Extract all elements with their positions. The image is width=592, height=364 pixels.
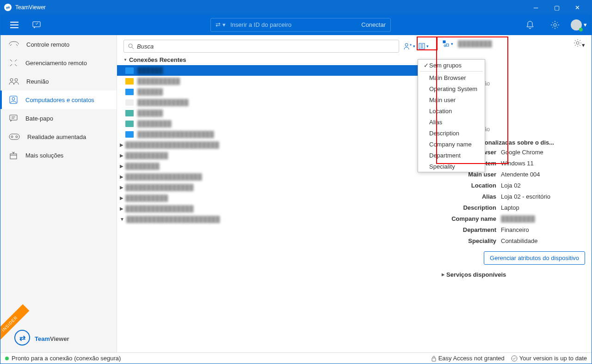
list-item[interactable]: ██████: [117, 65, 436, 76]
svg-point-8: [11, 136, 13, 138]
dropdown-item[interactable]: Speciality: [418, 161, 485, 172]
toolbar: ⇄ ▾ Inserir a ID do parceiro Conectar ▾: [0, 14, 592, 35]
maximize-button[interactable]: ▢: [546, 0, 567, 14]
easy-access-status: Easy Access not granted: [431, 355, 505, 362]
close-button[interactable]: ✕: [567, 0, 588, 14]
manage-attributes-button[interactable]: Gerenciar atributos do dispositivo: [484, 251, 585, 265]
app-icon: ⇄: [4, 4, 12, 11]
svg-rect-15: [446, 44, 449, 46]
svg-point-12: [405, 43, 408, 46]
sidebar-item-computers-contacts[interactable]: Computadores e contatos: [0, 91, 117, 109]
list-item[interactable]: ██████: [117, 86, 436, 97]
group-by-icon[interactable]: ▾: [442, 39, 454, 49]
status-dot-icon: [5, 357, 9, 360]
dropdown-item[interactable]: Description: [418, 127, 485, 139]
svg-point-9: [16, 136, 18, 138]
svg-point-11: [129, 44, 132, 48]
list-item[interactable]: ██████████: [117, 76, 436, 86]
status-bar: Pronto para a conexão (conexão segura) E…: [0, 352, 592, 364]
dropdown-item[interactable]: Alias: [418, 116, 485, 127]
avatar-icon: [571, 19, 582, 30]
group-row[interactable]: ▶████████: [117, 161, 436, 171]
sidebar-item-remote-control[interactable]: Controle remoto: [0, 35, 117, 54]
status-text: Pronto para a conexão (conexão segura): [12, 355, 121, 362]
version-status: Your version is up to date: [511, 355, 587, 362]
dropdown-item[interactable]: Main user: [418, 94, 485, 105]
list-item[interactable]: ██████████████████: [117, 129, 436, 140]
svg-point-1: [554, 24, 556, 26]
svg-point-2: [10, 79, 13, 81]
user-avatar-menu[interactable]: ▾: [571, 19, 587, 30]
group-row[interactable]: ▶██████████████████: [117, 171, 436, 182]
sidebar-item-remote-management[interactable]: Gerenciamento remoto: [0, 54, 117, 72]
dropdown-item[interactable]: Company name: [418, 139, 485, 150]
dropdown-item[interactable]: ✓Sem grupos: [418, 60, 485, 71]
main-panel: Busca ▾ ▾ ▼Conexões Recentes ██████ ████…: [117, 35, 436, 352]
view-list-icon[interactable]: ▾: [417, 42, 430, 51]
group-row[interactable]: ▶████████████████: [117, 182, 436, 193]
svg-point-17: [576, 42, 579, 44]
sidebar-item-meeting[interactable]: Reunião: [0, 72, 117, 91]
group-row[interactable]: ▶██████████: [117, 193, 436, 203]
list-item[interactable]: ██████: [117, 108, 436, 118]
minimize-button[interactable]: ─: [525, 0, 546, 14]
dropdown-item[interactable]: Operating System: [418, 83, 485, 94]
feedback-icon[interactable]: [27, 18, 46, 32]
svg-rect-18: [432, 358, 436, 361]
svg-point-3: [15, 79, 18, 81]
dropdown-item[interactable]: Department: [418, 150, 485, 161]
sidebar-item-augmented-reality[interactable]: Realidade aumentada: [0, 127, 117, 146]
detail-gear-icon[interactable]: ▾: [574, 39, 585, 49]
svg-point-16: [444, 45, 446, 47]
group-row[interactable]: ▶██████████: [117, 150, 436, 161]
services-header[interactable]: ▶Serviços disponíveis: [442, 271, 585, 278]
svg-rect-14: [443, 41, 445, 43]
hamburger-menu-button[interactable]: [5, 18, 24, 32]
swap-icon: ⇄ ▾: [216, 21, 226, 28]
svg-rect-10: [10, 154, 17, 159]
connect-button[interactable]: Conectar: [361, 21, 386, 28]
partner-placeholder: Inserir a ID do parceiro: [230, 21, 291, 28]
list-item[interactable]: ████████: [117, 118, 436, 129]
group-row[interactable]: ▶████████████████: [117, 203, 436, 214]
group-row[interactable]: ▼██████████████████████: [117, 214, 436, 224]
recent-connections-header[interactable]: ▼Conexões Recentes: [117, 55, 436, 65]
brand-logo: ⇄ TeamViewer: [0, 323, 117, 352]
gear-icon[interactable]: [546, 18, 564, 32]
sidebar-item-chat[interactable]: Bate-papo: [0, 109, 117, 127]
window-title: TeamViewer: [15, 4, 46, 11]
svg-point-5: [12, 97, 15, 100]
list-item[interactable]: ████████████: [117, 97, 436, 108]
titlebar: ⇄ TeamViewer ─ ▢ ✕: [0, 0, 592, 14]
bell-icon[interactable]: [521, 18, 539, 32]
group-by-dropdown: ✓Sem grupos Main Browser Operating Syste…: [418, 59, 485, 172]
svg-point-19: [512, 356, 517, 361]
detail-name: ████████: [458, 40, 492, 47]
search-input[interactable]: Busca: [123, 40, 399, 53]
svg-rect-6: [10, 115, 17, 120]
svg-rect-7: [9, 134, 19, 140]
dropdown-item[interactable]: Location: [418, 105, 485, 116]
dropdown-item[interactable]: Main Browser: [418, 72, 485, 83]
partner-id-input[interactable]: ⇄ ▾ Inserir a ID do parceiro Conectar: [210, 18, 391, 32]
sidebar: Controle remoto Gerenciamento remoto Reu…: [0, 35, 117, 352]
sidebar-item-more-solutions[interactable]: Mais soluções: [0, 146, 117, 164]
add-contact-icon[interactable]: ▾: [403, 42, 416, 51]
group-row[interactable]: ▶██████████████████████: [117, 140, 436, 150]
